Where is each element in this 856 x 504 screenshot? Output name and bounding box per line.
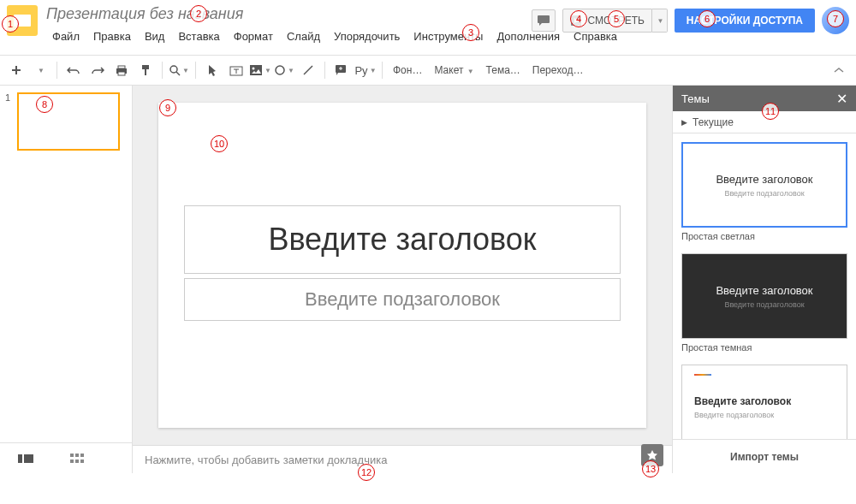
play-icon [570, 15, 582, 27]
filmstrip-view-button[interactable] [17, 452, 34, 465]
comments-button[interactable] [532, 9, 556, 32]
slide-number: 1 [5, 92, 14, 151]
menu-slide[interactable]: Слайд [281, 27, 326, 46]
theme-button[interactable]: Тема… [481, 64, 526, 76]
svg-rect-17 [75, 460, 79, 463]
themes-list[interactable]: Введите заголовок Введите подзаголовок П… [673, 133, 856, 439]
canvas-area: Введите заголовок Введите подзаголовок Н… [133, 86, 672, 473]
grid-view-button[interactable] [68, 452, 86, 465]
svg-rect-11 [18, 454, 22, 463]
title-textbox[interactable]: Введите заголовок [184, 205, 621, 274]
import-theme-button[interactable]: Импорт темы [673, 439, 856, 473]
explore-icon [646, 449, 658, 461]
menu-tools[interactable]: Инструменты [407, 27, 489, 46]
new-slide-dropdown[interactable]: ▼ [29, 59, 51, 81]
svg-rect-2 [118, 66, 125, 68]
filmstrip-icon [18, 453, 33, 465]
svg-rect-16 [70, 460, 74, 463]
slides-panel: 1 [0, 86, 133, 473]
undo-button[interactable] [62, 59, 85, 81]
comment-tool[interactable] [330, 59, 353, 81]
current-themes-toggle[interactable]: ▶ Текущие [673, 111, 856, 133]
menu-view[interactable]: Вид [139, 27, 171, 46]
menu-insert[interactable]: Вставка [172, 27, 225, 46]
input-tools-button[interactable]: Ру▼ [354, 59, 377, 81]
print-button[interactable] [110, 59, 133, 81]
zoom-button[interactable]: ▼ [168, 59, 190, 81]
subtitle-textbox[interactable]: Введите подзаголовок [184, 278, 621, 321]
svg-point-5 [170, 66, 177, 73]
svg-rect-7 [250, 65, 262, 75]
theme-item-stream[interactable]: Введите заголовок Введите подзаголовок П… [681, 365, 847, 439]
transition-button[interactable]: Переход… [527, 64, 589, 76]
share-button[interactable]: НАСТРОЙКИ ДОСТУПА [675, 9, 815, 33]
menu-arrange[interactable]: Упорядочить [328, 27, 406, 46]
line-tool[interactable] [297, 59, 319, 81]
notes-placeholder: Нажмите, чтобы добавить заметки докладчи… [145, 454, 387, 466]
present-button[interactable]: СМОТРЕТЬ [562, 9, 651, 33]
svg-rect-3 [118, 72, 125, 75]
chevron-up-icon [834, 67, 844, 74]
comment-icon [537, 15, 550, 27]
title-placeholder: Введите заголовок [268, 222, 536, 258]
close-themes-button[interactable]: ✕ [836, 91, 847, 107]
background-button[interactable]: Фон… [388, 64, 427, 76]
layout-button[interactable]: Макет ▼ [429, 64, 479, 76]
svg-rect-15 [80, 454, 84, 457]
speaker-notes[interactable]: Нажмите, чтобы добавить заметки докладчи… [133, 445, 672, 473]
slide-thumbnail[interactable] [17, 92, 120, 151]
shape-tool[interactable]: ▼ [273, 59, 295, 81]
slide-canvas[interactable]: Введите заголовок Введите подзаголовок [158, 103, 646, 428]
theme-item-simple-dark[interactable]: Введите заголовок Введите подзаголовок П… [681, 253, 847, 353]
svg-rect-4 [142, 65, 149, 69]
present-dropdown[interactable]: ▼ [652, 9, 668, 33]
image-tool[interactable]: ▼ [249, 59, 271, 81]
explore-button[interactable] [641, 444, 663, 466]
textbox-tool[interactable] [225, 59, 247, 81]
toolbar: ▼ ▼ ▼ ▼ Ру▼ Фон… Макет ▼ Тема… Переход… [0, 55, 856, 86]
menu-edit[interactable]: Правка [87, 27, 137, 46]
user-avatar[interactable] [822, 7, 849, 34]
svg-rect-12 [24, 454, 33, 463]
svg-rect-13 [70, 454, 74, 457]
menu-file[interactable]: Файл [46, 27, 86, 46]
grid-icon [70, 453, 84, 465]
svg-rect-18 [80, 460, 84, 463]
theme-item-simple-light[interactable]: Введите заголовок Введите подзаголовок П… [681, 142, 847, 241]
present-label: СМОТРЕТЬ [587, 15, 644, 27]
redo-button[interactable] [86, 59, 109, 81]
themes-panel: Темы ✕ ▶ Текущие Введите заголовок Введи… [672, 86, 856, 473]
select-tool[interactable] [201, 59, 223, 81]
menu-format[interactable]: Формат [228, 27, 279, 46]
collapse-toolbar-button[interactable] [829, 60, 849, 80]
subtitle-placeholder: Введите подзаголовок [305, 288, 500, 311]
svg-point-8 [253, 68, 255, 70]
new-slide-button[interactable] [5, 59, 27, 81]
slides-logo[interactable] [7, 5, 38, 36]
svg-point-9 [276, 66, 284, 74]
themes-panel-title: Темы [681, 92, 710, 105]
paint-format-button[interactable] [134, 59, 157, 81]
svg-rect-14 [75, 454, 79, 457]
